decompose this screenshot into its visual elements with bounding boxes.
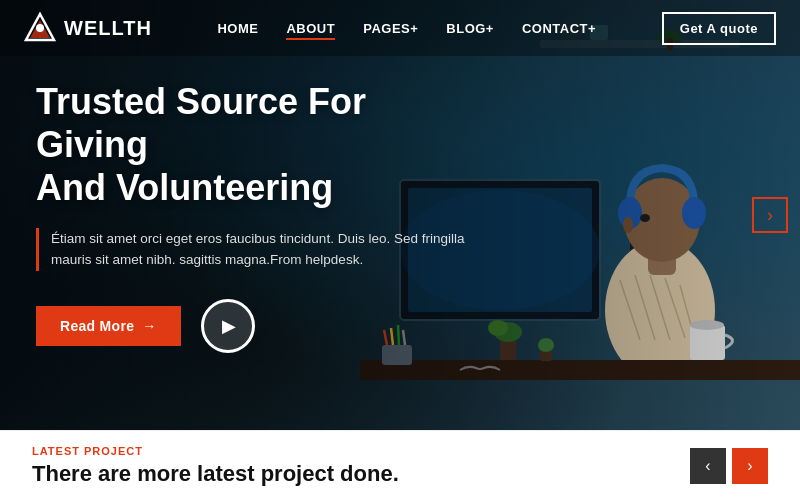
logo-text: WELLTH <box>64 17 152 40</box>
chevron-right-icon: › <box>747 457 752 475</box>
get-quote-button[interactable]: Get A quote <box>662 12 776 45</box>
hero-description: Étiam sit amet orci eget eros faucibus t… <box>51 228 476 271</box>
bottom-navigation: ‹ › <box>690 448 768 484</box>
svg-point-2 <box>36 24 44 32</box>
chevron-right-icon: › <box>767 205 773 226</box>
nav-item-about[interactable]: ABOUT <box>286 19 335 37</box>
hero-content: Trusted Source For GivingAnd Volunteerin… <box>36 80 476 353</box>
bottom-next-button[interactable]: › <box>732 448 768 484</box>
nav-item-contact[interactable]: CONTACT+ <box>522 19 596 37</box>
play-button[interactable] <box>201 299 255 353</box>
chevron-left-icon: ‹ <box>705 457 710 475</box>
bottom-section-title: There are more latest project done. <box>32 461 399 487</box>
navbar: WELLTH HOME ABOUT PAGES+ BLOG+ CONTACT+ … <box>0 0 800 56</box>
bottom-bar: LATEST PROJECT There are more latest pro… <box>0 430 800 500</box>
nav-item-blog[interactable]: BLOG+ <box>446 19 494 37</box>
hero-description-box: Étiam sit amet orci eget eros faucibus t… <box>36 228 476 271</box>
logo-icon <box>24 12 56 44</box>
logo[interactable]: WELLTH <box>24 12 152 44</box>
read-more-button[interactable]: Read More → <box>36 306 181 346</box>
hero-actions: Read More → <box>36 299 476 353</box>
hero-title: Trusted Source For GivingAnd Volunteerin… <box>36 80 476 210</box>
bottom-left: LATEST PROJECT There are more latest pro… <box>32 445 399 487</box>
nav-item-home[interactable]: HOME <box>217 19 258 37</box>
nav-item-pages[interactable]: PAGES+ <box>363 19 418 37</box>
hero-section: Trusted Source For GivingAnd Volunteerin… <box>0 0 800 430</box>
arrow-right-icon: → <box>142 318 156 334</box>
nav-links: HOME ABOUT PAGES+ BLOG+ CONTACT+ <box>217 19 596 37</box>
bottom-prev-button[interactable]: ‹ <box>690 448 726 484</box>
latest-project-label: LATEST PROJECT <box>32 445 399 457</box>
hero-next-button[interactable]: › <box>752 197 788 233</box>
